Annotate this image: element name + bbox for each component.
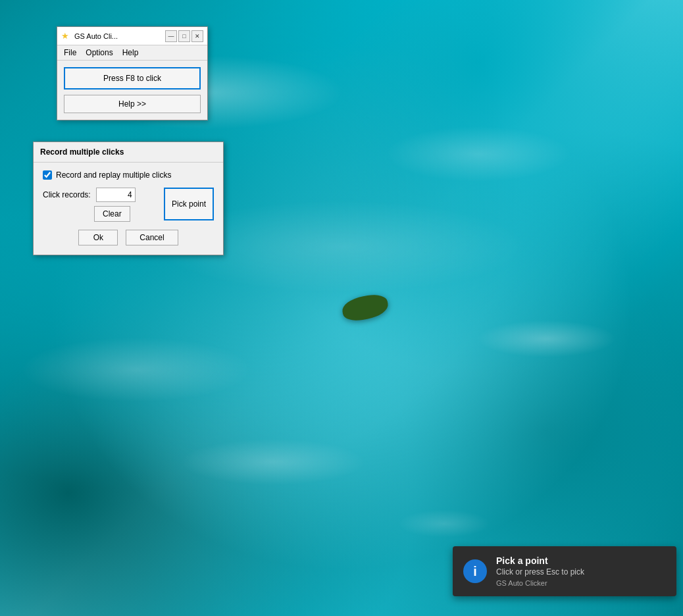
minimize-button[interactable]: —: [165, 30, 177, 42]
toast-notification: i Pick a point Click or press Esc to pic…: [453, 546, 676, 596]
title-bar: ★ GS Auto Cli... — □ ✕: [57, 27, 207, 45]
checkbox-label: Record and replay multiple clicks: [56, 170, 171, 180]
record-replay-checkbox[interactable]: [43, 170, 52, 180]
clear-button[interactable]: Clear: [94, 206, 130, 222]
clear-row: Clear: [94, 206, 159, 222]
checkbox-row: Record and replay multiple clicks: [43, 170, 214, 180]
app-icon: ★: [61, 31, 72, 41]
pick-point-button[interactable]: Pick point: [164, 188, 214, 220]
file-menu[interactable]: File: [60, 47, 80, 59]
main-content: Press F8 to click Help >>: [57, 61, 207, 120]
press-f8-button[interactable]: Press F8 to click: [64, 67, 201, 90]
record-dialog: Record multiple clicks Record and replay…: [33, 141, 224, 255]
toast-icon: i: [463, 559, 487, 583]
window-controls: — □ ✕: [165, 30, 203, 42]
toast-subtitle: Click or press Esc to pick: [496, 567, 584, 577]
toast-title: Pick a point: [496, 555, 584, 566]
close-button[interactable]: ✕: [191, 30, 203, 42]
toast-app-name: GS Auto Clicker: [496, 579, 584, 587]
dialog-title: Record multiple clicks: [34, 142, 223, 163]
toast-content: Pick a point Click or press Esc to pick …: [496, 555, 584, 587]
dialog-footer: Ok Cancel: [34, 230, 223, 255]
help-button[interactable]: Help >>: [64, 95, 201, 113]
ok-button[interactable]: Ok: [78, 230, 118, 245]
click-records-input[interactable]: [96, 188, 136, 202]
window-title: GS Auto Cli...: [74, 32, 165, 40]
click-records-row: Click records:: [43, 188, 159, 202]
restore-button[interactable]: □: [178, 30, 190, 42]
main-window: ★ GS Auto Cli... — □ ✕ File Options Help…: [57, 26, 208, 120]
cancel-button[interactable]: Cancel: [126, 230, 178, 245]
dialog-body: Record and replay multiple clicks Click …: [34, 163, 223, 230]
options-menu[interactable]: Options: [82, 47, 116, 59]
menu-bar: File Options Help: [57, 45, 207, 61]
help-menu[interactable]: Help: [118, 47, 143, 59]
click-records-label: Click records:: [43, 190, 91, 199]
